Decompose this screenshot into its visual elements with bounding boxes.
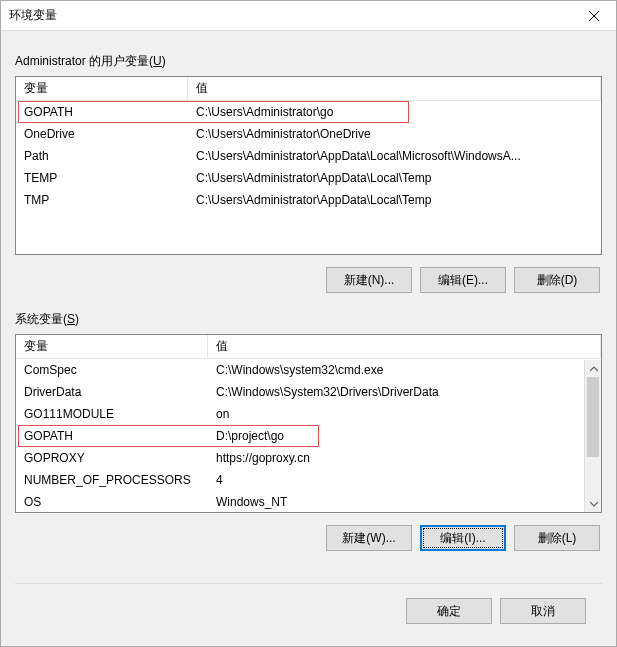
button-label: 取消 [531,604,555,618]
system-vars-list[interactable]: 变量 值 ComSpecC:\Windows\system32\cmd.exeD… [15,334,602,513]
cell-variable: GO111MODULE [16,404,208,424]
table-row[interactable]: ComSpecC:\Windows\system32\cmd.exe [16,359,601,381]
dialog-footer-buttons: 确定 取消 [15,583,602,638]
system-delete-button[interactable]: 删除(L) [514,525,600,551]
cell-value: C:\Windows\system32\cmd.exe [208,360,601,380]
cell-variable: TEMP [16,168,188,188]
cell-value: C:\Users\Administrator\AppData\Local\Tem… [188,168,601,188]
cell-variable: OS [16,492,208,512]
cell-value: D:\project\go [208,426,601,446]
ok-button[interactable]: 确定 [406,598,492,624]
cell-variable: Path [16,146,188,166]
scroll-up-button[interactable] [585,360,602,377]
cell-value: https://goproxy.cn [208,448,601,468]
cell-value: C:\Users\Administrator\OneDrive [188,124,601,144]
table-row[interactable]: GOPATHC:\Users\Administrator\go [16,101,601,123]
system-vars-label-prefix: 系统变量( [15,312,67,326]
cell-value: C:\Users\Administrator\AppData\Local\Mic… [188,146,601,166]
cell-value: C:\Users\Administrator\go [188,102,601,122]
button-label: 新建(W)... [342,531,395,545]
system-edit-button[interactable]: 编辑(I)... [420,525,506,551]
table-row[interactable]: DriverDataC:\Windows\System32\Drivers\Dr… [16,381,601,403]
cell-value: C:\Users\Administrator\AppData\Local\Tem… [188,190,601,210]
cell-variable: GOPROXY [16,448,208,468]
cell-variable: NUMBER_OF_PROCESSORS [16,470,208,490]
button-label: 确定 [437,604,461,618]
cell-variable: OneDrive [16,124,188,144]
table-row[interactable]: GO111MODULEon [16,403,601,425]
col-header-value[interactable]: 值 [188,76,601,101]
system-vars-buttons: 新建(W)... 编辑(I)... 删除(L) [15,513,602,557]
scroll-thumb[interactable] [587,377,599,457]
cell-variable: ComSpec [16,360,208,380]
list-header: 变量 值 [16,335,601,359]
table-row[interactable]: GOPROXYhttps://goproxy.cn [16,447,601,469]
user-vars-list[interactable]: 变量 值 GOPATHC:\Users\Administrator\goOneD… [15,76,602,255]
table-row[interactable]: OSWindows_NT [16,491,601,512]
env-var-dialog: 环境变量 Administrator 的用户变量(U) 变量 值 GOPATHC… [0,0,617,647]
list-body: ComSpecC:\Windows\system32\cmd.exeDriver… [16,359,601,512]
scroll-down-button[interactable] [585,495,602,512]
button-label: 删除(D) [537,273,578,287]
table-row[interactable]: TMPC:\Users\Administrator\AppData\Local\… [16,189,601,211]
table-row[interactable]: PathC:\Users\Administrator\AppData\Local… [16,145,601,167]
cell-value: C:\Windows\System32\Drivers\DriverData [208,382,601,402]
close-icon [589,11,599,21]
button-label: 删除(L) [538,531,577,545]
list-body: GOPATHC:\Users\Administrator\goOneDriveC… [16,101,601,254]
system-vars-label: 系统变量(S) [15,311,602,328]
user-vars-label: Administrator 的用户变量(U) [15,53,602,70]
titlebar: 环境变量 [1,1,616,31]
button-label: 编辑(E)... [438,273,488,287]
cell-value: Windows_NT [208,492,601,512]
user-vars-label-suffix: ) [162,54,166,68]
chevron-down-icon [590,500,598,508]
table-row[interactable]: GOPATHD:\project\go [16,425,601,447]
cell-variable: GOPATH [16,426,208,446]
col-header-variable[interactable]: 变量 [16,334,208,359]
col-header-value[interactable]: 值 [208,334,601,359]
user-edit-button[interactable]: 编辑(E)... [420,267,506,293]
scrollbar[interactable] [584,360,601,512]
col-header-variable[interactable]: 变量 [16,76,188,101]
list-header: 变量 值 [16,77,601,101]
user-vars-label-prefix: Administrator 的用户变量( [15,54,153,68]
table-row[interactable]: OneDriveC:\Users\Administrator\OneDrive [16,123,601,145]
table-row[interactable]: TEMPC:\Users\Administrator\AppData\Local… [16,167,601,189]
cell-variable: DriverData [16,382,208,402]
cell-variable: GOPATH [16,102,188,122]
chevron-up-icon [590,365,598,373]
cell-value: on [208,404,601,424]
user-vars-label-key: U [153,54,162,68]
user-delete-button[interactable]: 删除(D) [514,267,600,293]
cell-value: 4 [208,470,601,490]
close-button[interactable] [571,1,616,31]
table-row[interactable]: NUMBER_OF_PROCESSORS4 [16,469,601,491]
user-vars-buttons: 新建(N)... 编辑(E)... 删除(D) [15,255,602,299]
button-label: 新建(N)... [344,273,395,287]
cancel-button[interactable]: 取消 [500,598,586,624]
system-vars-label-key: S [67,312,75,326]
dialog-title: 环境变量 [9,7,57,24]
dialog-content: Administrator 的用户变量(U) 变量 值 GOPATHC:\Use… [1,31,616,646]
user-new-button[interactable]: 新建(N)... [326,267,412,293]
system-new-button[interactable]: 新建(W)... [326,525,412,551]
cell-variable: TMP [16,190,188,210]
system-vars-label-suffix: ) [75,312,79,326]
button-label: 编辑(I)... [440,531,485,545]
